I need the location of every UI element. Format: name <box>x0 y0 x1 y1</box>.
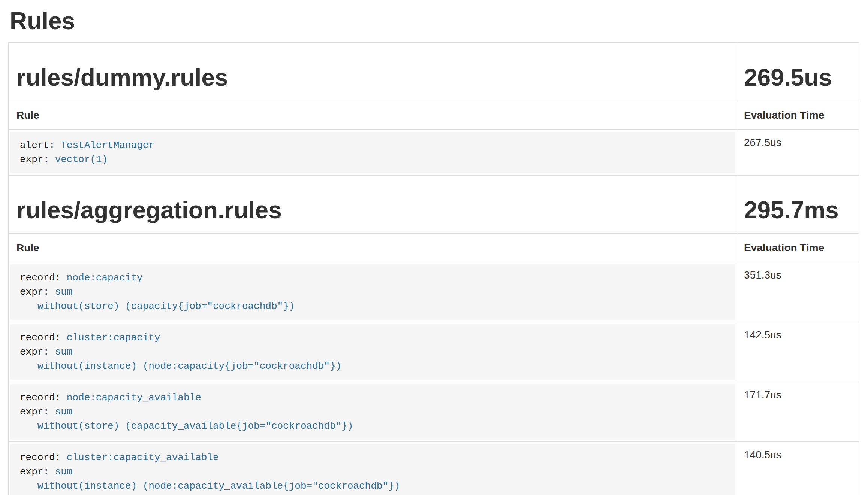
rule-expr-link[interactable]: vector(1) <box>55 154 108 165</box>
group-header-row: rules/dummy.rules 269.5us <box>9 43 859 101</box>
group-header-row: rules/aggregation.rules 295.7ms <box>9 175 859 234</box>
group-file-cell: rules/aggregation.rules <box>9 175 736 234</box>
rule-cell: record: cluster:capacity expr: sum witho… <box>9 322 736 382</box>
rule-row: record: cluster:capacity expr: sum witho… <box>9 322 859 382</box>
rule-keyword: expr: <box>20 346 55 358</box>
rule-keyword: alert: <box>20 140 61 151</box>
rule-name-link[interactable]: TestAlertManager <box>61 140 154 151</box>
rule-keyword: expr: <box>20 466 55 477</box>
rule-keyword: record: <box>20 272 67 283</box>
rule-name-link[interactable]: node:capacity <box>67 272 143 283</box>
rule-keyword: expr: <box>20 154 55 165</box>
rule-expr-link[interactable]: sum <box>55 466 73 477</box>
rule-keyword: record: <box>20 452 67 463</box>
rule-column-header: Rule <box>9 234 736 262</box>
rules-table: rules/dummy.rules 269.5us Rule Evaluatio… <box>8 42 859 495</box>
rule-expr-link[interactable]: sum <box>55 346 73 358</box>
rule-eval-time: 351.3us <box>736 262 859 322</box>
rule-eval-time: 142.5us <box>736 322 859 382</box>
time-column-header: Evaluation Time <box>736 101 859 130</box>
rule-expr-continuation-link[interactable]: without(store) (capacity{job="cockroachd… <box>20 301 295 312</box>
rule-expr-link[interactable]: sum <box>55 406 73 417</box>
group-file-name: rules/dummy.rules <box>16 65 730 90</box>
column-header-row: Rule Evaluation Time <box>9 101 859 130</box>
group-file-name: rules/aggregation.rules <box>16 197 730 223</box>
rule-keyword: record: <box>20 392 67 403</box>
rule-column-header: Rule <box>9 101 736 130</box>
rule-expr-link[interactable]: sum <box>55 286 73 298</box>
rule-code: record: node:capacity expr: sum without(… <box>10 264 735 320</box>
column-header-row: Rule Evaluation Time <box>9 234 859 262</box>
rules-page: Rules rules/dummy.rules 269.5us Rule Eva… <box>8 8 859 495</box>
rule-name-link[interactable]: node:capacity_available <box>67 392 201 403</box>
time-column-header: Evaluation Time <box>736 234 859 262</box>
group-file-cell: rules/dummy.rules <box>9 43 736 101</box>
rule-code: record: cluster:capacity_available expr:… <box>10 444 735 495</box>
rule-keyword: expr: <box>20 406 55 417</box>
rule-cell: alert: TestAlertManager expr: vector(1) <box>9 130 736 175</box>
group-eval-total: 295.7ms <box>744 197 853 223</box>
rule-eval-time: 140.5us <box>736 442 859 495</box>
rule-row: record: node:capacity expr: sum without(… <box>9 262 859 322</box>
rule-cell: record: node:capacity expr: sum without(… <box>9 262 736 322</box>
rule-eval-time: 267.5us <box>736 130 859 175</box>
rule-keyword: expr: <box>20 286 55 298</box>
group-eval-total: 269.5us <box>744 65 853 90</box>
rule-name-link[interactable]: cluster:capacity <box>67 332 160 343</box>
group-total-cell: 269.5us <box>736 43 859 101</box>
rule-code: record: cluster:capacity expr: sum witho… <box>10 324 735 380</box>
rule-eval-time: 171.7us <box>736 382 859 442</box>
page-title: Rules <box>10 8 859 34</box>
rule-row: alert: TestAlertManager expr: vector(1) … <box>9 130 859 175</box>
rule-expr-continuation-link[interactable]: without(instance) (node:capacity{job="co… <box>20 361 341 372</box>
rule-keyword: record: <box>20 332 67 343</box>
rule-name-link[interactable]: cluster:capacity_available <box>67 452 219 463</box>
group-total-cell: 295.7ms <box>736 175 859 234</box>
rule-expr-continuation-link[interactable]: without(store) (capacity_available{job="… <box>20 420 353 432</box>
rule-row: record: node:capacity_available expr: su… <box>9 382 859 442</box>
rule-cell: record: cluster:capacity_available expr:… <box>9 442 736 495</box>
rule-code: alert: TestAlertManager expr: vector(1) <box>10 132 735 173</box>
rule-expr-continuation-link[interactable]: without(instance) (node:capacity_availab… <box>20 480 400 492</box>
rule-code: record: node:capacity_available expr: su… <box>10 384 735 440</box>
rule-cell: record: node:capacity_available expr: su… <box>9 382 736 442</box>
rule-row: record: cluster:capacity_available expr:… <box>9 442 859 495</box>
